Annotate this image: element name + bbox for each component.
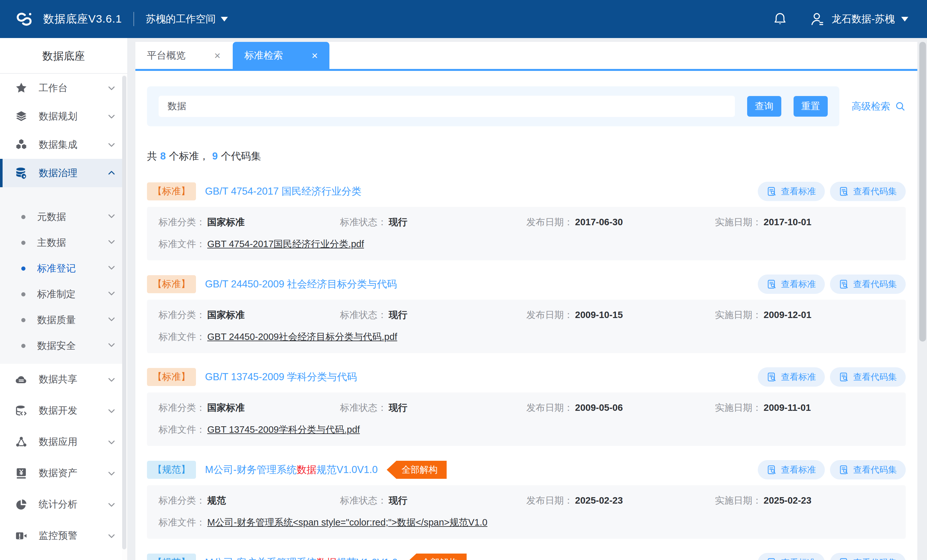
meta-label: 标准状态： <box>340 217 387 227</box>
chevron-down-icon <box>107 83 116 93</box>
monitor-alert-icon <box>15 530 29 542</box>
item-title-link[interactable]: GB/T 24450-2009 社会经济目标分类与代码 <box>205 278 397 291</box>
meta-label: 标准文件： <box>159 424 205 435</box>
star-icon <box>15 82 29 94</box>
view-codeset-button[interactable]: 查看代码集 <box>830 275 906 294</box>
standard-file-link[interactable]: GBT 13745-2009学科分类与代码.pdf <box>207 424 360 435</box>
asset-book-icon <box>15 467 29 480</box>
pill-label: 查看标准 <box>781 185 816 197</box>
meta-label: 实施日期： <box>715 495 761 505</box>
item-actions: 查看标准查看代码集 <box>758 182 906 201</box>
sidebar-item-label: 数据共享 <box>39 373 107 386</box>
doc-search-icon <box>839 186 849 197</box>
sidebar-item-data-assets[interactable]: 数据资产 <box>0 458 127 489</box>
view-standard-button[interactable]: 查看标准 <box>758 553 825 560</box>
item-head: 【规范】M公司-客户关系管理系统数据规范V1.0V1.0全部解构查看标准查看代码… <box>147 552 906 560</box>
meta-field: 实施日期：2017-10-01 <box>715 216 894 229</box>
item-tag: 【标准】 <box>147 368 196 386</box>
page-scrollbar-thumb[interactable] <box>919 42 926 341</box>
tab-standard-search[interactable]: 标准检索× <box>233 42 330 69</box>
view-codeset-button[interactable]: 查看代码集 <box>830 553 906 560</box>
meta-field: 实施日期：2025-02-23 <box>715 494 894 507</box>
sidebar-item-workbench[interactable]: 工作台 <box>0 74 127 102</box>
view-standard-button[interactable]: 查看标准 <box>758 367 825 387</box>
user-avatar-icon <box>810 11 825 27</box>
notification-bell-icon[interactable] <box>773 12 787 26</box>
sidebar-item-data-integration[interactable]: 数据集成 <box>0 131 127 159</box>
sidebar-subitem-standard-registry[interactable]: 标准登记 <box>0 255 127 281</box>
view-codeset-button[interactable]: 查看代码集 <box>830 460 906 480</box>
user-menu[interactable]: 龙石数据-苏槐 <box>810 11 908 27</box>
sidebar-item-label: 监控预警 <box>39 529 107 542</box>
sidebar-item-data-development[interactable]: 数据开发 <box>0 395 127 426</box>
sidebar-subitem-data-quality[interactable]: 数据质量 <box>0 307 127 333</box>
close-icon[interactable]: × <box>312 50 318 61</box>
meta-label: 标准状态： <box>340 310 387 320</box>
sidebar-subitem-metadata[interactable]: 元数据 <box>0 204 127 230</box>
view-standard-button[interactable]: 查看标准 <box>758 182 825 201</box>
item-title-link[interactable]: M公司-财务管理系统数据规范V1.0V1.0 <box>205 463 378 477</box>
item-title-link[interactable]: GB/T 13745-2009 学科分类与代码 <box>205 370 357 384</box>
standard-file-link[interactable]: GBT 24450-2009社会经济目标分类与代码.pdf <box>207 332 397 342</box>
item-title-link[interactable]: M公司-客户关系管理系统数据规范V1.0V1.0 <box>205 556 398 560</box>
workspace-selector[interactable]: 苏槐的工作空间 <box>146 12 228 26</box>
meta-field: 发布日期：2009-10-15 <box>526 309 715 322</box>
sidebar-subitem-label: 标准制定 <box>37 288 107 301</box>
app-logo-icon <box>14 8 35 30</box>
meta-value: 国家标准 <box>207 310 245 320</box>
view-standard-button[interactable]: 查看标准 <box>758 460 825 480</box>
standard-file-link[interactable]: M公司-财务管理系统<span style="color:red;">数据</s… <box>207 517 487 527</box>
doc-search-icon <box>767 557 777 560</box>
sidebar-item-label: 工作台 <box>39 82 107 95</box>
reset-button[interactable]: 重置 <box>793 96 828 117</box>
doc-search-icon <box>767 186 777 197</box>
sidebar-subitem-master-data[interactable]: 主数据 <box>0 230 127 255</box>
chevron-down-icon <box>107 211 116 223</box>
chevron-down-icon <box>107 237 116 249</box>
pill-label: 查看代码集 <box>853 371 897 383</box>
chevron-down-icon <box>107 406 116 416</box>
sidebar-item-data-sharing[interactable]: 数据共享 <box>0 364 127 395</box>
meta-label: 标准状态： <box>340 495 387 505</box>
meta-label: 实施日期： <box>715 217 761 227</box>
sidebar-item-statistics-analysis[interactable]: 统计分析 <box>0 489 127 520</box>
standard-file-link[interactable]: GBT 4754-2017国民经济行业分类.pdf <box>207 239 364 249</box>
doc-search-icon <box>839 279 849 289</box>
meta-label: 标准文件： <box>159 332 205 342</box>
sidebar-item-monitoring-alerts[interactable]: 监控预警 <box>0 520 127 551</box>
item-title-link[interactable]: GB/T 4754-2017 国民经济行业分类 <box>205 185 361 198</box>
meta-value: 2017-10-01 <box>764 217 811 227</box>
tab-platform-overview[interactable]: 平台概览× <box>135 42 232 69</box>
sidebar-subitem-data-security[interactable]: 数据安全 <box>0 333 127 359</box>
chevron-down-icon <box>107 263 116 275</box>
meta-value: 2009-10-15 <box>575 310 623 320</box>
sidebar-scrollbar-thumb[interactable] <box>122 76 126 549</box>
tab-label: 标准检索 <box>244 49 283 62</box>
query-button[interactable]: 查询 <box>747 96 781 117</box>
advanced-search-link[interactable]: 高级检索 <box>852 100 906 113</box>
tab-bar: 平台概览×标准检索× <box>135 42 917 69</box>
sidebar-item-data-application[interactable]: 数据应用 <box>0 426 127 458</box>
sidebar-subitem-label: 数据安全 <box>37 339 107 352</box>
cubes-icon <box>15 138 29 151</box>
search-input[interactable] <box>159 96 735 117</box>
sidebar-subitem-standard-drafting[interactable]: 标准制定 <box>0 281 127 307</box>
meta-label: 发布日期： <box>526 217 573 227</box>
bullet-dot-icon <box>21 318 26 322</box>
sidebar-item-data-planning[interactable]: 数据规划 <box>0 102 127 131</box>
item-meta: 标准分类：国家标准标准状态：现行发布日期：2009-05-06实施日期：2009… <box>147 392 906 446</box>
meta-value: 规范 <box>207 495 226 505</box>
meta-value: 2009-11-01 <box>764 402 811 413</box>
result-item: 【标准】GB/T 13745-2009 学科分类与代码查看标准查看代码集标准分类… <box>147 367 906 446</box>
view-standard-button[interactable]: 查看标准 <box>758 275 825 294</box>
view-codeset-button[interactable]: 查看代码集 <box>830 367 906 387</box>
tab-label: 平台概览 <box>147 49 185 62</box>
close-icon[interactable]: × <box>214 50 220 61</box>
sidebar: 数据底座 工作台数据规划数据集成数据治理元数据主数据标准登记标准制定数据质量数据… <box>0 38 128 560</box>
view-codeset-button[interactable]: 查看代码集 <box>830 182 906 201</box>
meta-label: 实施日期： <box>715 310 761 320</box>
sidebar-item-data-governance[interactable]: 数据治理 <box>0 159 127 187</box>
doc-search-icon <box>839 464 849 475</box>
bullet-dot-icon <box>21 292 26 296</box>
pill-label: 查看代码集 <box>853 464 897 476</box>
